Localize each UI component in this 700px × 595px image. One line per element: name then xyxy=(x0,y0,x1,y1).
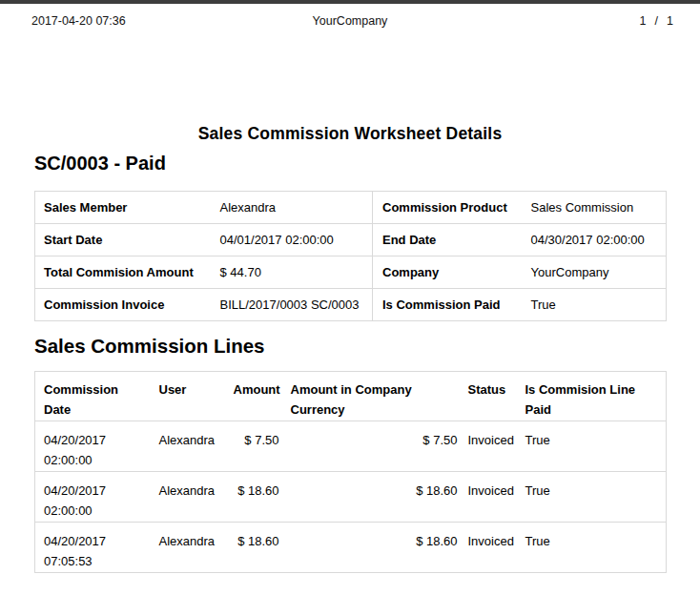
detail-label: Is Commission Paid xyxy=(373,289,525,321)
lines-section-heading: Sales Commission Lines xyxy=(34,335,700,358)
cell-commission-date: 04/20/2017 02:00:00 xyxy=(35,421,154,471)
page-header: 2017-04-20 07:36 YourCompany 1 / 1 xyxy=(0,4,700,28)
col-status: Status xyxy=(463,372,520,421)
detail-label: Start Date xyxy=(35,224,215,256)
col-amount: Amount xyxy=(228,372,285,421)
details-row: Start Date 04/01/2017 02:00:00 End Date … xyxy=(35,224,667,256)
col-amount-company-currency: Amount in Company Currency xyxy=(285,372,463,421)
detail-value: $ 44.70 xyxy=(215,256,373,289)
cell-commission-date: 04/20/2017 02:00:00 xyxy=(35,471,154,522)
lines-table-header: Commission Date User Amount Amount in Co… xyxy=(35,372,667,421)
cell-user: Alexandra xyxy=(154,421,228,471)
commission-line-row: 04/20/2017 02:00:00 Alexandra $ 18.60 $ … xyxy=(35,471,667,522)
cell-amount-company-currency: $ 18.60 xyxy=(285,522,463,572)
commission-line-row: 04/20/2017 07:05:53 Alexandra $ 18.60 $ … xyxy=(35,522,667,572)
cell-is-paid: True xyxy=(520,522,667,572)
cell-is-paid: True xyxy=(520,471,667,522)
report-title: Sales Commission Worksheet Details xyxy=(0,124,700,144)
col-commission-date: Commission Date xyxy=(35,372,154,421)
lines-header-row: Commission Date User Amount Amount in Co… xyxy=(35,372,667,421)
commission-line-row: 04/20/2017 02:00:00 Alexandra $ 7.50 $ 7… xyxy=(35,421,667,471)
cell-amount: $ 7.50 xyxy=(228,421,285,471)
cell-commission-date: 04/20/2017 07:05:53 xyxy=(35,522,154,572)
page-total: 1 xyxy=(667,14,673,28)
page-current: 1 xyxy=(640,14,647,28)
detail-label: Sales Member xyxy=(35,192,215,224)
cell-user: Alexandra xyxy=(154,471,228,522)
detail-value: BILL/2017/0003 SC/0003 xyxy=(215,289,373,321)
header-company-name: YourCompany xyxy=(0,14,700,28)
worksheet-reference-status: SC/0003 - Paid xyxy=(34,153,700,174)
detail-label: Commission Invoice xyxy=(35,289,215,321)
detail-label: Total Commision Amount xyxy=(35,256,215,289)
col-is-commision-line-paid: Is Commision Line Paid xyxy=(520,372,667,421)
cell-amount-company-currency: $ 18.60 xyxy=(285,471,463,522)
details-row: Total Commision Amount $ 44.70 Company Y… xyxy=(35,256,667,289)
detail-label: End Date xyxy=(373,224,525,256)
detail-value: Alexandra xyxy=(215,192,373,224)
cell-status: Invoiced xyxy=(463,421,520,471)
detail-label: Company xyxy=(373,256,525,289)
detail-value: 04/30/2017 02:00:00 xyxy=(525,224,667,256)
worksheet-details-table: Sales Member Alexandra Commission Produc… xyxy=(34,191,667,321)
details-row: Sales Member Alexandra Commission Produc… xyxy=(35,192,667,224)
cell-is-paid: True xyxy=(520,421,667,471)
detail-value: Sales Commission xyxy=(525,192,667,224)
commission-lines-table: Commission Date User Amount Amount in Co… xyxy=(34,371,667,573)
page-indicator: 1 / 1 xyxy=(640,14,673,28)
cell-status: Invoiced xyxy=(463,471,520,522)
report-page: 2017-04-20 07:36 YourCompany 1 / 1 Sales… xyxy=(0,0,700,573)
cell-amount: $ 18.60 xyxy=(228,471,285,522)
cell-user: Alexandra xyxy=(154,522,228,572)
cell-amount: $ 18.60 xyxy=(228,522,285,572)
cell-amount-company-currency: $ 7.50 xyxy=(285,421,463,471)
detail-label: Commission Product xyxy=(373,192,525,224)
cell-status: Invoiced xyxy=(463,522,520,572)
col-user: User xyxy=(154,372,228,421)
detail-value: YourCompany xyxy=(525,256,667,289)
detail-value: True xyxy=(525,289,667,321)
detail-value: 04/01/2017 02:00:00 xyxy=(215,224,373,256)
page-separator: / xyxy=(655,14,658,28)
details-row: Commission Invoice BILL/2017/0003 SC/000… xyxy=(35,289,667,321)
